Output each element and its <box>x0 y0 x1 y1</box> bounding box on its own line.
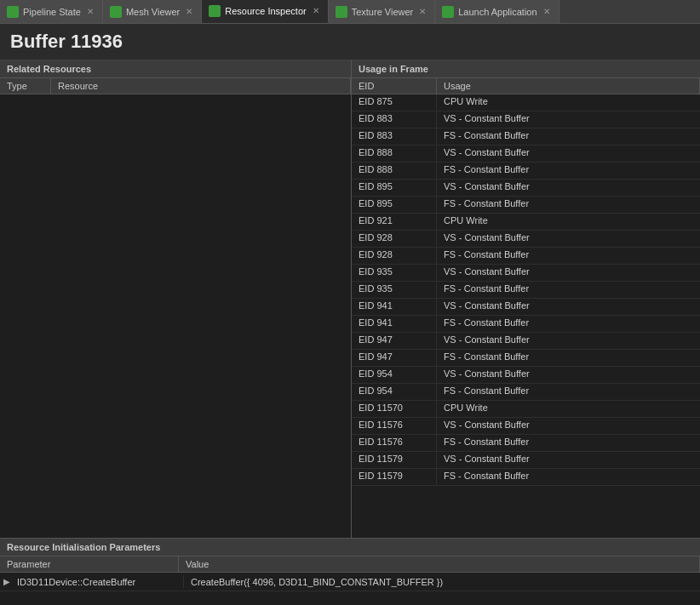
related-resources-table-body <box>0 94 351 538</box>
usage-in-frame-header: Usage in Frame <box>352 60 700 78</box>
usage-type: FS - Constant Buffer <box>437 248 700 264</box>
tab-mesh-viewer[interactable]: Mesh Viewer ✕ <box>103 0 202 23</box>
type-column-header: Type <box>0 78 51 94</box>
usage-row[interactable]: EID 11576 VS - Constant Buffer <box>352 418 700 435</box>
usage-table-body[interactable]: EID 875 CPU WriteEID 883 VS - Constant B… <box>352 94 700 538</box>
usage-row[interactable]: EID 928 VS - Constant Buffer <box>352 231 700 248</box>
bottom-table-header: Parameter Value <box>0 556 700 573</box>
usage-row[interactable]: EID 11570 CPU Write <box>352 401 700 418</box>
related-resources-table-header: Type Resource <box>0 78 351 94</box>
tab-texture-viewer[interactable]: Texture Viewer ✕ <box>329 0 436 23</box>
usage-row[interactable]: EID 954 FS - Constant Buffer <box>352 384 700 401</box>
usage-type: FS - Constant Buffer <box>437 435 700 451</box>
usage-row[interactable]: EID 11579 VS - Constant Buffer <box>352 452 700 469</box>
usage-type: VS - Constant Buffer <box>437 333 700 349</box>
usage-type: VS - Constant Buffer <box>437 231 700 247</box>
usage-in-frame-panel: Usage in Frame EID Usage EID 875 CPU Wri… <box>352 60 700 538</box>
usage-eid: EID 954 <box>352 367 437 383</box>
usage-row[interactable]: EID 888 VS - Constant Buffer <box>352 146 700 163</box>
usage-eid: EID 941 <box>352 299 437 315</box>
bottom-parameter: ID3D11Device::CreateBuffer <box>14 575 184 589</box>
eid-column-header: EID <box>352 78 437 94</box>
usage-row[interactable]: EID 883 VS - Constant Buffer <box>352 111 700 128</box>
usage-type: FS - Constant Buffer <box>437 197 700 213</box>
page-title-bar: Buffer 11936 <box>0 24 700 60</box>
tab-pipeline-state[interactable]: Pipeline State ✕ <box>0 0 103 23</box>
usage-row[interactable]: EID 928 FS - Constant Buffer <box>352 248 700 265</box>
usage-row[interactable]: EID 947 FS - Constant Buffer <box>352 350 700 367</box>
usage-type: CPU Write <box>437 214 700 230</box>
usage-type: FS - Constant Buffer <box>437 282 700 298</box>
tab-label-launch-application: Launch Application <box>458 7 536 17</box>
usage-eid: EID 883 <box>352 128 437 145</box>
tab-close-pipeline-state[interactable]: ✕ <box>85 7 95 16</box>
tab-bar: Pipeline State ✕ Mesh Viewer ✕ Resource … <box>0 0 700 24</box>
tab-close-resource-inspector[interactable]: ✕ <box>311 6 321 15</box>
tab-resource-inspector[interactable]: Resource Inspector ✕ <box>202 0 328 23</box>
tab-close-mesh-viewer[interactable]: ✕ <box>184 7 194 16</box>
usage-eid: EID 895 <box>352 197 437 213</box>
usage-row[interactable]: EID 941 FS - Constant Buffer <box>352 316 700 333</box>
tab-icon-texture-viewer <box>336 6 347 18</box>
usage-row[interactable]: EID 11576 FS - Constant Buffer <box>352 435 700 452</box>
parameter-column-header: Parameter <box>0 556 179 572</box>
usage-eid: EID 935 <box>352 282 437 298</box>
usage-eid: EID 11576 <box>352 435 437 451</box>
usage-eid: EID 928 <box>352 231 437 247</box>
usage-row[interactable]: EID 954 VS - Constant Buffer <box>352 367 700 384</box>
bottom-row[interactable]: ▶ ID3D11Device::CreateBuffer CreateBuffe… <box>0 573 700 591</box>
usage-type: VS - Constant Buffer <box>437 111 700 128</box>
usage-row[interactable]: EID 941 VS - Constant Buffer <box>352 299 700 316</box>
usage-row[interactable]: EID 883 FS - Constant Buffer <box>352 128 700 146</box>
usage-eid: EID 888 <box>352 163 437 179</box>
tab-icon-launch-application <box>442 6 454 18</box>
usage-row[interactable]: EID 895 VS - Constant Buffer <box>352 180 700 197</box>
resource-init-panel: Resource Initialisation Parameters Param… <box>0 538 700 605</box>
usage-row[interactable]: EID 935 VS - Constant Buffer <box>352 265 700 282</box>
usage-type: VS - Constant Buffer <box>437 452 700 468</box>
usage-type: CPU Write <box>437 94 700 111</box>
tab-label-mesh-viewer: Mesh Viewer <box>126 7 180 17</box>
usage-column-header: Usage <box>437 78 700 94</box>
usage-type: VS - Constant Buffer <box>437 367 700 383</box>
usage-row[interactable]: EID 921 CPU Write <box>352 214 700 231</box>
usage-type: FS - Constant Buffer <box>437 350 700 366</box>
usage-type: FS - Constant Buffer <box>437 128 700 145</box>
usage-row[interactable]: EID 947 VS - Constant Buffer <box>352 333 700 350</box>
usage-type: CPU Write <box>437 401 700 417</box>
tab-launch-application[interactable]: Launch Application ✕ <box>435 0 559 23</box>
usage-eid: EID 883 <box>352 111 437 128</box>
usage-type: VS - Constant Buffer <box>437 418 700 434</box>
usage-eid: EID 935 <box>352 265 437 281</box>
usage-eid: EID 947 <box>352 333 437 349</box>
resource-column-header: Resource <box>51 78 351 94</box>
usage-row[interactable]: EID 888 FS - Constant Buffer <box>352 163 700 180</box>
usage-row[interactable]: EID 875 CPU Write <box>352 94 700 111</box>
usage-type: VS - Constant Buffer <box>437 146 700 162</box>
usage-table-header: EID Usage <box>352 78 700 94</box>
usage-eid: EID 888 <box>352 146 437 162</box>
usage-eid: EID 895 <box>352 180 437 196</box>
resource-init-header: Resource Initialisation Parameters <box>0 539 700 556</box>
value-column-header: Value <box>179 556 700 572</box>
tab-close-launch-application[interactable]: ✕ <box>542 7 552 16</box>
usage-row[interactable]: EID 895 FS - Constant Buffer <box>352 197 700 214</box>
expand-arrow[interactable]: ▶ <box>0 577 14 586</box>
page-title: Buffer 11936 <box>10 31 123 52</box>
tab-icon-resource-inspector <box>209 5 221 17</box>
usage-type: FS - Constant Buffer <box>437 384 700 400</box>
tab-label-resource-inspector: Resource Inspector <box>225 6 306 16</box>
usage-eid: EID 875 <box>352 94 437 111</box>
tab-close-texture-viewer[interactable]: ✕ <box>417 7 427 16</box>
usage-type: VS - Constant Buffer <box>437 180 700 196</box>
usage-type: FS - Constant Buffer <box>437 163 700 179</box>
usage-eid: EID 11576 <box>352 418 437 434</box>
usage-row[interactable]: EID 11579 FS - Constant Buffer <box>352 469 700 486</box>
usage-type: FS - Constant Buffer <box>437 316 700 332</box>
tab-icon-mesh-viewer <box>110 6 122 18</box>
related-resources-header: Related Resources <box>0 60 351 78</box>
related-resources-panel: Related Resources Type Resource <box>0 60 352 538</box>
usage-row[interactable]: EID 935 FS - Constant Buffer <box>352 282 700 299</box>
usage-eid: EID 941 <box>352 316 437 332</box>
usage-eid: EID 947 <box>352 350 437 366</box>
